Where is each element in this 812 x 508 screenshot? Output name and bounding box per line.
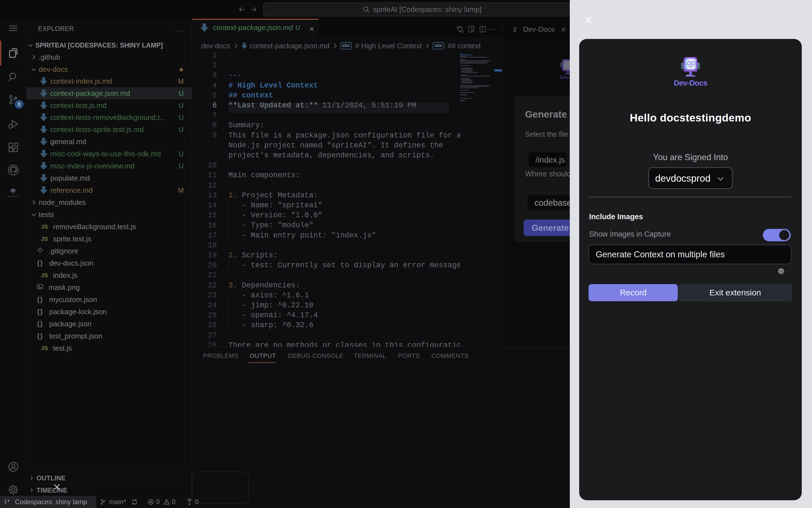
svg-text:docs: docs — [686, 74, 690, 76]
svg-text:Dev-Do: Dev-Do — [560, 75, 570, 80]
